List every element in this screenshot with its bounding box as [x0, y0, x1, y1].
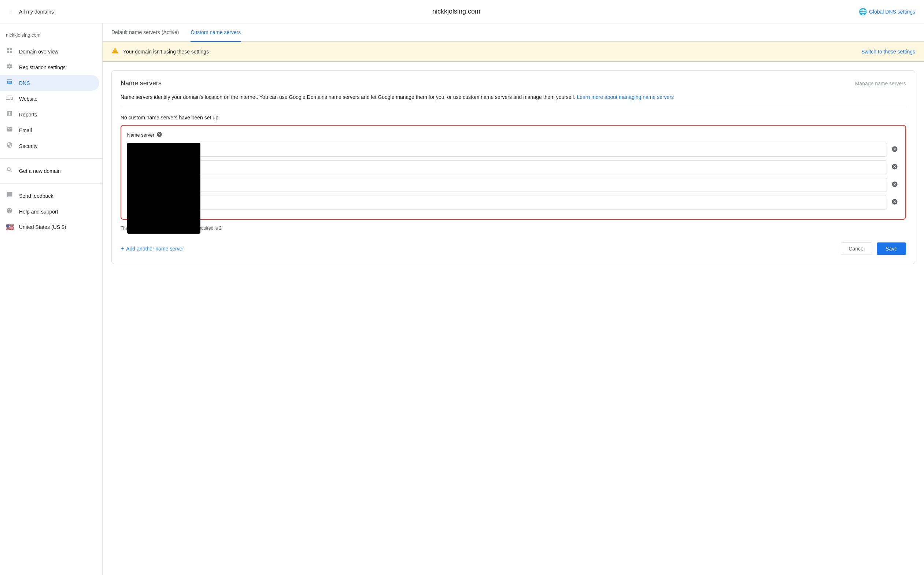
feedback-icon [6, 192, 13, 200]
sidebar-divider-1 [0, 158, 102, 159]
email-icon [6, 126, 13, 134]
ns-form-box: Name server [121, 125, 906, 220]
sidebar-item-send-feedback[interactable]: Send feedback [0, 188, 99, 203]
ns-label-text: Name server [127, 132, 154, 138]
main-layout: nickkjolsing.com Domain overview Registr… [0, 24, 924, 575]
warning-triangle-icon [111, 47, 119, 56]
ns-input-row-1 [127, 143, 899, 157]
name-servers-card: Name servers Manage name servers Name se… [111, 70, 915, 264]
ns-clear-button-2[interactable] [890, 162, 899, 173]
save-button[interactable]: Save [877, 243, 906, 255]
ns-clear-button-4[interactable] [890, 197, 899, 208]
sidebar-label-dns: DNS [19, 80, 30, 86]
sidebar-item-dns[interactable]: DNS [0, 75, 99, 91]
reports-icon [6, 110, 13, 119]
add-name-server-button[interactable]: + Add another name server [121, 245, 184, 252]
sidebar-label-website: Website [19, 96, 37, 102]
card-title: Name servers [121, 79, 162, 87]
sidebar-label-get-new-domain: Get a new domain [19, 168, 61, 174]
sidebar-label-email: Email [19, 127, 32, 133]
flag-icon: 🇺🇸 [6, 223, 13, 231]
sidebar-domain: nickkjolsing.com [0, 29, 102, 44]
card-footer: + Add another name server Cancel Save [112, 237, 915, 264]
help-icon [6, 207, 13, 216]
ns-input-3[interactable] [127, 178, 887, 192]
security-icon [6, 142, 13, 150]
ns-input-row-3 [127, 178, 899, 192]
ns-input-2[interactable] [127, 160, 887, 174]
back-label: All my domains [19, 9, 54, 15]
sidebar-label-send-feedback: Send feedback [19, 193, 53, 199]
manage-name-servers-link[interactable]: Manage name servers [855, 81, 906, 86]
global-dns-label: Global DNS settings [869, 9, 915, 15]
card-header: Name servers Manage name servers [112, 71, 915, 93]
sidebar-item-registration-settings[interactable]: Registration settings [0, 59, 99, 75]
tab-custom-ns[interactable]: Custom name servers [191, 24, 241, 42]
sidebar-item-reports[interactable]: Reports [0, 106, 99, 122]
domain-overview-icon [6, 47, 13, 56]
ns-input-row-2 [127, 160, 899, 174]
website-icon [6, 94, 13, 103]
search-icon [6, 167, 13, 175]
ns-inputs-wrapper [127, 143, 899, 210]
sidebar-item-get-new-domain[interactable]: Get a new domain [0, 163, 99, 179]
sidebar-item-help-support[interactable]: Help and support [0, 203, 99, 219]
sidebar-label-help-support: Help and support [19, 209, 58, 214]
warning-banner: Your domain isn't using these settings S… [103, 42, 924, 62]
sidebar-item-locale[interactable]: 🇺🇸 United States (US $) [0, 219, 99, 235]
global-dns-link[interactable]: 🌐 Global DNS settings [859, 8, 915, 16]
content-area: Default name servers (Active) Custom nam… [103, 24, 924, 575]
sidebar-label-reports: Reports [19, 112, 37, 118]
ns-input-row-4 [127, 195, 899, 210]
plus-icon: + [121, 245, 124, 252]
sidebar-label-security: Security [19, 143, 38, 149]
sidebar-label-locale: United States (US $) [19, 224, 66, 230]
dns-icon [6, 79, 13, 87]
back-arrow-icon: ← [9, 7, 16, 16]
sidebar: nickkjolsing.com Domain overview Registr… [0, 24, 103, 575]
learn-more-link[interactable]: Learn more about managing name servers [577, 94, 674, 100]
min-note: The minimum number of name servers requi… [112, 223, 915, 237]
ns-clear-button-3[interactable] [890, 179, 899, 191]
warning-text: Your domain isn't using these settings [123, 49, 209, 54]
sidebar-item-email[interactable]: Email [0, 122, 99, 138]
globe-icon: 🌐 [859, 8, 867, 16]
ns-input-1[interactable] [127, 143, 887, 157]
switch-settings-link[interactable]: Switch to these settings [861, 49, 915, 54]
cancel-button[interactable]: Cancel [841, 243, 872, 255]
ns-help-icon[interactable] [156, 132, 162, 138]
domain-title: nickkjolsing.com [54, 8, 859, 15]
tabs-bar: Default name servers (Active) Custom nam… [103, 24, 924, 42]
ns-form-label: Name server [127, 132, 899, 138]
ns-input-4[interactable] [127, 195, 887, 210]
card-description: Name servers identify your domain's loca… [112, 93, 915, 107]
ns-clear-button-1[interactable] [890, 144, 899, 156]
header: ← All my domains nickkjolsing.com 🌐 Glob… [0, 0, 924, 24]
warning-left: Your domain isn't using these settings [111, 47, 209, 56]
back-button[interactable]: ← All my domains [9, 7, 54, 16]
sidebar-item-website[interactable]: Website [0, 91, 99, 106]
card-description-text: Name servers identify your domain's loca… [121, 94, 576, 100]
tab-default-ns[interactable]: Default name servers (Active) [111, 24, 179, 42]
sidebar-label-domain-overview: Domain overview [19, 49, 58, 54]
sidebar-label-registration-settings: Registration settings [19, 64, 65, 70]
sidebar-item-security[interactable]: Security [0, 138, 99, 154]
sidebar-item-domain-overview[interactable]: Domain overview [0, 44, 99, 59]
no-servers-notice: No custom name servers have been set up [112, 107, 915, 125]
footer-actions: Cancel Save [841, 243, 906, 255]
registration-settings-icon [6, 63, 13, 71]
add-server-label: Add another name server [126, 246, 184, 252]
